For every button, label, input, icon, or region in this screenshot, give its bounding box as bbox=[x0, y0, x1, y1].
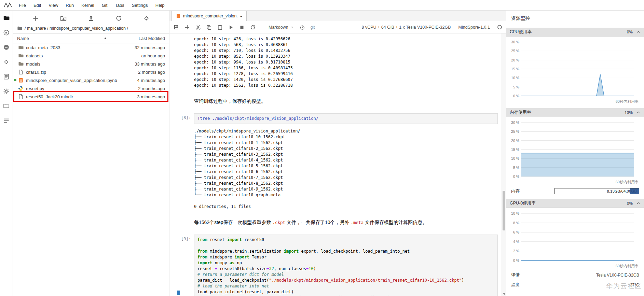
code-line[interactable]: # return a parameter dict for model bbox=[197, 272, 494, 278]
code-line[interactable]: from mindspore import Tensor bbox=[197, 254, 494, 260]
file-row[interactable]: datasetsan hour ago bbox=[13, 52, 169, 60]
detail-label: 内存 bbox=[511, 188, 520, 194]
menu-git[interactable]: Git bbox=[98, 3, 111, 8]
output-line: epoch: 10 step: 710, loss is 0.14832756 bbox=[194, 48, 498, 54]
file-row[interactable]: cuda_meta_208332 minutes ago bbox=[13, 43, 169, 52]
stop-button[interactable] bbox=[239, 25, 245, 30]
breadcrumb[interactable]: / ma_share / mindspore_computer_vision_a… bbox=[13, 26, 169, 33]
sidebar-table-of-contents-icon[interactable] bbox=[3, 117, 10, 124]
git-clone-button[interactable] bbox=[143, 15, 150, 22]
code-line[interactable]: !tree ./models/ckpt/mindspore_vision_app… bbox=[197, 116, 494, 122]
scrollbar-thumb[interactable] bbox=[503, 191, 505, 230]
chevron-up-icon[interactable] bbox=[636, 201, 641, 206]
cell-collapser[interactable] bbox=[177, 291, 180, 295]
sidebar-commands-icon[interactable] bbox=[3, 44, 10, 51]
code-editor[interactable]: from resnet import resnet50 from mindspo… bbox=[194, 235, 498, 296]
sidebar-git-icon[interactable] bbox=[3, 59, 10, 65]
paste-button[interactable] bbox=[217, 25, 223, 30]
output-line: epoch: 10 step: 1420, loss is 0.37686607 bbox=[194, 77, 498, 83]
code-line[interactable]: import numpy as np bbox=[197, 260, 494, 266]
cell-body[interactable]: from resnet import resnet50 from mindspo… bbox=[194, 235, 498, 296]
notebook-panel: mindspore_computer_vision. ● Markdown gi… bbox=[169, 11, 506, 296]
file-icon bbox=[18, 69, 24, 75]
kernel-name[interactable]: MindSpore-1.0.1 bbox=[458, 25, 490, 30]
cell-type-value: Markdown bbox=[269, 25, 288, 30]
folder-icon bbox=[17, 26, 22, 31]
code-line[interactable]: param_dict = load_checkpoint("./models/c… bbox=[197, 278, 494, 283]
save-button[interactable] bbox=[174, 25, 179, 30]
code-line[interactable]: resnet = resnet50(batch_size=32, num_cla… bbox=[197, 266, 494, 272]
file-row[interactable]: cifar10.zip2 months ago bbox=[13, 68, 169, 76]
menu-edit[interactable]: Edit bbox=[30, 3, 45, 8]
output-line: ├── train_resnet_cifar10-9_1562.ckpt bbox=[194, 186, 498, 192]
code-line[interactable]: from resnet import resnet50 bbox=[197, 237, 494, 243]
folder-icon bbox=[18, 61, 24, 67]
cell-type-dropdown[interactable]: Markdown bbox=[269, 25, 294, 30]
output-line: epoch: 10 step: 852, loss is 0.13923347 bbox=[194, 54, 498, 59]
file-name: datasets bbox=[26, 53, 119, 58]
notebook-tab[interactable]: mindspore_computer_vision. ● bbox=[172, 11, 247, 21]
scroll-down-arrow-icon[interactable] bbox=[503, 293, 506, 295]
refresh-button[interactable] bbox=[115, 15, 122, 22]
resource-section: 内存使用率13%30 %25 %20 %15 %10 %5 %0 %60秒内利用… bbox=[506, 108, 644, 197]
code-line[interactable] bbox=[197, 243, 494, 249]
sidebar-settings-icon[interactable] bbox=[3, 88, 10, 95]
git-toolbar-label[interactable]: git bbox=[311, 25, 315, 30]
breadcrumb-path[interactable]: / ma_share / mindspore_computer_vision_a… bbox=[25, 26, 128, 31]
menu-file[interactable]: File bbox=[15, 3, 30, 8]
menu-view[interactable]: View bbox=[45, 3, 62, 8]
resource-section-header[interactable]: GPU-0使用率0% bbox=[506, 199, 644, 208]
code-line[interactable]: load_param_into_net(resnet, param_dict) bbox=[197, 289, 494, 295]
file-browser-panel: / ma_share / mindspore_computer_vision_a… bbox=[13, 11, 169, 296]
file-row[interactable]: resnet50_Jack20.mindir3 minutes ago bbox=[13, 93, 169, 101]
code-line[interactable]: from mindspore.train.serialization impor… bbox=[197, 249, 494, 254]
new-folder-button[interactable] bbox=[60, 15, 67, 22]
file-row[interactable]: resnet.py2 months ago bbox=[13, 84, 169, 93]
file-row[interactable]: mindspore_computer_vision_application.ip… bbox=[13, 76, 169, 84]
resource-section-header[interactable]: CPU使用率0% bbox=[506, 28, 644, 37]
sidebar-file-browser-icon[interactable] bbox=[3, 15, 10, 21]
file-icon bbox=[18, 94, 24, 99]
copy-button[interactable] bbox=[206, 25, 212, 30]
new-launcher-button[interactable] bbox=[32, 15, 39, 22]
file-modified: 33 minutes ago bbox=[119, 61, 165, 67]
menu-run[interactable]: Run bbox=[62, 3, 78, 8]
menu-settings[interactable]: Settings bbox=[128, 3, 152, 8]
sidebar-notebook-tools-icon[interactable] bbox=[3, 73, 10, 80]
execution-time-button[interactable] bbox=[300, 25, 305, 30]
chart-plot-area bbox=[521, 121, 639, 179]
output-line: └── train_resnet_cifar10-graph.meta bbox=[194, 192, 498, 198]
menu-tabs[interactable]: Tabs bbox=[111, 3, 128, 8]
chevron-up-icon[interactable] bbox=[636, 110, 641, 115]
sidebar-open-folders-icon[interactable] bbox=[3, 103, 10, 109]
notebook-scrollbar[interactable] bbox=[502, 33, 506, 296]
output-line bbox=[194, 198, 498, 204]
notebook-icon bbox=[18, 77, 24, 83]
unsaved-changes-indicator[interactable]: ● bbox=[240, 14, 242, 18]
sidebar-running-sessions-icon[interactable] bbox=[3, 29, 10, 36]
code-cell: [9]:from resnet import resnet50 from min… bbox=[172, 235, 498, 296]
resource-section-title: CPU使用率 bbox=[510, 29, 532, 35]
y-axis-tick-label: 0 % bbox=[513, 94, 519, 98]
y-axis-tick-label: 2 % bbox=[513, 249, 519, 253]
menu-kernel[interactable]: Kernel bbox=[78, 3, 98, 8]
run-button[interactable] bbox=[228, 25, 234, 30]
add-cell-button[interactable] bbox=[184, 25, 190, 30]
resource-section-header[interactable]: 内存使用率13% bbox=[506, 108, 644, 117]
file-row[interactable]: models33 minutes ago bbox=[13, 60, 169, 68]
file-modified: an hour ago bbox=[119, 53, 165, 58]
kernel-status-icon[interactable] bbox=[497, 25, 502, 29]
upload-button[interactable] bbox=[88, 15, 94, 22]
sidebar bbox=[0, 11, 13, 296]
code-line[interactable]: # load the parameter into net bbox=[197, 283, 494, 289]
column-header-modified[interactable]: Last Modified bbox=[117, 36, 165, 41]
restart-button[interactable] bbox=[250, 25, 256, 30]
column-header-name[interactable]: Name bbox=[17, 36, 117, 41]
cut-button[interactable] bbox=[195, 25, 201, 30]
file-name: models bbox=[26, 61, 119, 67]
code-editor[interactable]: !tree ./models/ckpt/mindspore_vision_app… bbox=[194, 113, 498, 124]
notebook-file-icon bbox=[176, 14, 181, 18]
chevron-up-icon[interactable] bbox=[636, 30, 641, 34]
cell-body[interactable]: !tree ./models/ckpt/mindspore_vision_app… bbox=[194, 113, 498, 124]
menu-help[interactable]: Help bbox=[152, 3, 168, 8]
